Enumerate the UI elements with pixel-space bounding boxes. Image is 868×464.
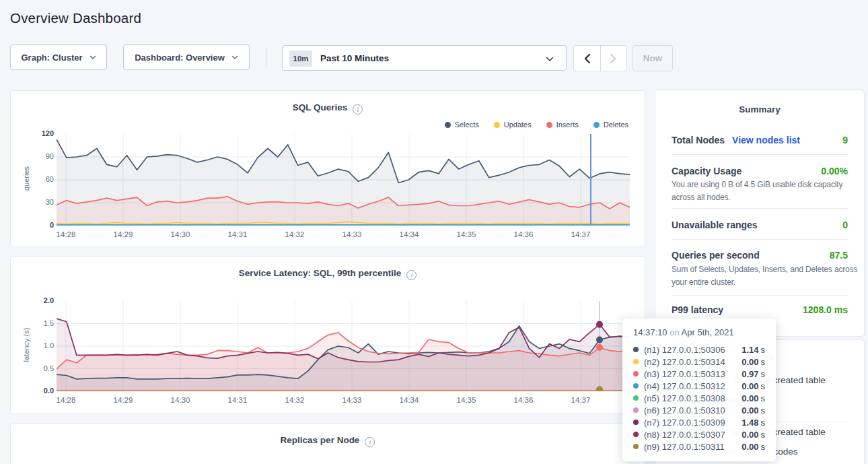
view-nodes-list-link[interactable]: View nodes list xyxy=(732,135,800,145)
summary-value: 0.00% xyxy=(821,166,848,176)
tooltip-value: 0.00 xyxy=(742,357,758,367)
tooltip-unit: s xyxy=(761,393,766,403)
summary-panel: Summary Total Nodes View nodes list 9 Ca… xyxy=(655,90,865,337)
node-color-dot xyxy=(633,444,639,449)
x-tick-label: 14:30 xyxy=(160,396,201,404)
node-color-dot xyxy=(633,432,639,437)
y-tick-label: 1.0 xyxy=(15,341,54,350)
legend-label: Inserts xyxy=(556,121,579,129)
tooltip-row: (n4) 127.0.0.1:503120.00s xyxy=(633,380,765,392)
summary-title: Summary xyxy=(655,104,864,114)
legend-dot xyxy=(593,122,600,128)
tooltip-timestamp: 14:37:10 on Apr 5th, 2021 xyxy=(633,327,765,337)
summary-value: 1208.0 ms xyxy=(803,304,848,315)
legend-dot xyxy=(546,122,552,128)
legend-item-selects[interactable]: Selects xyxy=(445,121,479,129)
time-range-picker[interactable]: 10m Past 10 Minutes xyxy=(282,45,567,71)
y-axis-label: queries xyxy=(22,138,30,219)
chevron-right-icon xyxy=(610,53,617,64)
tooltip-row: (n7) 127.0.0.1:503091.48s xyxy=(633,416,765,428)
toolbar-divider xyxy=(266,47,266,68)
chart-title: Replicas per Nodei xyxy=(11,435,645,447)
chevron-down-icon xyxy=(89,55,96,60)
now-button[interactable]: Now xyxy=(632,45,673,71)
tooltip-unit: s xyxy=(761,418,766,428)
tooltip-unit: s xyxy=(761,405,766,416)
summary-description: You are using 0 B of 4.5 GiB usable disk… xyxy=(672,178,859,203)
tooltip-node-label: (n6) 127.0.0.1:50310 xyxy=(644,405,725,416)
tooltip-value: 0.00 xyxy=(742,430,758,440)
info-icon[interactable]: i xyxy=(353,104,363,114)
tooltip-unit: s xyxy=(761,442,766,452)
summary-value: 0 xyxy=(842,220,848,230)
x-tick-label: 14:33 xyxy=(332,396,372,404)
summary-label: P99 latency xyxy=(672,304,723,315)
summary-value: 87.5 xyxy=(830,250,848,261)
tooltip-unit: s xyxy=(761,345,766,355)
chevron-left-icon xyxy=(583,53,591,64)
chart-plot-area[interactable] xyxy=(57,134,630,226)
summary-label: Queries per second xyxy=(672,250,760,261)
graph-dropdown[interactable]: Graph: Cluster xyxy=(10,44,107,70)
chevron-down-icon xyxy=(546,57,554,62)
node-color-dot xyxy=(633,395,639,401)
summary-row-p99: P99 latency 1208.0 ms xyxy=(672,304,848,315)
tooltip-node-label: (n7) 127.0.0.1:50309 xyxy=(644,418,725,428)
legend-label: Deletes xyxy=(604,121,628,129)
summary-description: Sum of Selects, Updates, Inserts, and De… xyxy=(672,263,859,288)
tooltip-row: (n1) 127.0.0.1:503061.14s xyxy=(633,343,765,356)
y-tick-label: 30 xyxy=(15,198,54,206)
summary-row-qps: Queries per second 87.5 xyxy=(672,250,848,261)
dashboard-dropdown-label: Dashboard: Overview xyxy=(135,53,225,63)
x-tick-label: 14:33 xyxy=(332,230,372,238)
x-tick-label: 14:32 xyxy=(275,230,315,238)
info-icon[interactable]: i xyxy=(365,437,375,447)
tooltip-node-label: (n5) 127.0.0.1:50308 xyxy=(644,393,725,403)
x-tick-label: 14:31 xyxy=(217,396,258,404)
x-tick-label: 14:34 xyxy=(389,230,429,238)
summary-label: Capacity Usage xyxy=(672,166,742,176)
tooltip-unit: s xyxy=(761,369,766,379)
legend-item-deletes[interactable]: Deletes xyxy=(593,121,628,129)
x-tick-label: 14:31 xyxy=(217,230,258,238)
overview-dashboard-page: { "page": {"title": "Overview Dashboard"… xyxy=(0,0,868,464)
time-range-label: Past 10 Minutes xyxy=(320,53,389,63)
chart-plot-area[interactable] xyxy=(57,301,630,391)
x-tick-label: 14:28 xyxy=(46,396,86,404)
tooltip-value: 1.48 xyxy=(742,418,758,428)
y-tick-label: 60 xyxy=(15,175,54,183)
tooltip-row: (n3) 127.0.0.1:503130.97s xyxy=(633,368,765,380)
summary-row-capacity: Capacity Usage 0.00% xyxy=(672,166,848,176)
tooltip-value: 1.14 xyxy=(742,345,758,355)
node-color-dot xyxy=(633,371,639,376)
node-color-dot xyxy=(633,407,639,413)
node-color-dot xyxy=(633,420,639,425)
tooltip-unit: s xyxy=(761,430,766,440)
y-tick-label: 0.5 xyxy=(15,364,54,372)
chevron-down-icon xyxy=(231,55,238,60)
summary-value: 9 xyxy=(842,135,848,145)
node-color-dot xyxy=(633,359,639,364)
x-tick-label: 14:29 xyxy=(103,230,143,238)
legend-item-updates[interactable]: Updates xyxy=(494,121,532,129)
dashboard-dropdown[interactable]: Dashboard: Overview xyxy=(123,44,250,70)
chart-legend: SelectsUpdatesInsertsDeletes xyxy=(445,121,628,129)
crosshair-dot xyxy=(596,321,603,328)
x-tick-label: 14:30 xyxy=(160,230,201,238)
tooltip-row: (n8) 127.0.0.1:503070.00s xyxy=(633,428,765,440)
tooltip-unit: s xyxy=(761,357,766,367)
time-forward-button[interactable] xyxy=(600,46,627,71)
replicas-per-node-panel: Replicas per Nodei xyxy=(10,423,645,464)
legend-label: Updates xyxy=(504,121,532,129)
tooltip-node-label: (n9) 127.0.0.1:50311 xyxy=(644,442,725,452)
legend-item-inserts[interactable]: Inserts xyxy=(546,121,579,129)
sql-queries-panel: SQL Queriesi SelectsUpdatesInsertsDelete… xyxy=(10,90,645,247)
y-tick-label: 90 xyxy=(15,152,54,160)
y-axis-label: latency (s) xyxy=(22,304,30,385)
info-icon[interactable]: i xyxy=(406,270,417,280)
time-back-button[interactable] xyxy=(574,46,600,71)
tooltip-value: 0.97 xyxy=(742,369,758,379)
tooltip-value: 0.00 xyxy=(742,381,758,391)
tooltip-value: 0.00 xyxy=(742,442,758,452)
y-tick-label: 1.5 xyxy=(15,319,54,327)
